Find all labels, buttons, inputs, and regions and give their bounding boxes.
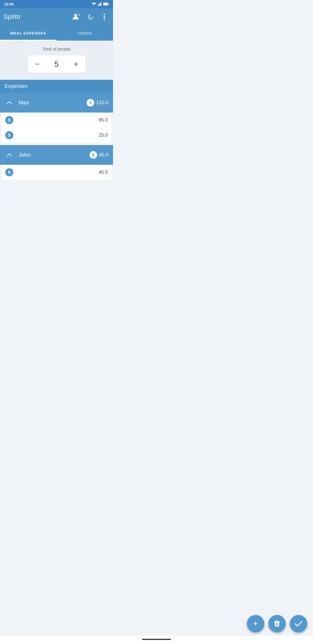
expense-amount: 25.0 <box>16 133 108 138</box>
people-counter: − 5 + <box>28 55 85 73</box>
time-display: 12:00 <box>4 2 14 6</box>
person-block-max: Max $ 110.0 $ 85.0 $ 25.0 <box>0 93 113 143</box>
person-header-max[interactable]: Max $ 110.0 <box>0 93 113 113</box>
expense-amount: 85.0 <box>16 117 108 123</box>
expense-item[interactable]: $ 25.0 <box>2 128 111 143</box>
person-header-john[interactable]: John $ 45.0 <box>0 145 113 165</box>
tab-meal-expenses[interactable]: MEAL EXPENSES <box>0 26 57 41</box>
expense-items-max: $ 85.0 $ 25.0 <box>2 113 111 143</box>
collapse-icon-john <box>0 145 19 165</box>
dollar-icon-max: $ <box>87 99 94 106</box>
people-count: 5 <box>47 60 66 69</box>
expense-item[interactable]: $ 45.0 <box>2 165 111 180</box>
add-person-icon[interactable]: + <box>71 12 82 22</box>
person-name-john: John <box>19 152 90 158</box>
expenses-header: Expenses <box>0 80 113 93</box>
expense-items-john: $ 45.0 <box>2 165 111 180</box>
people-section: Total of people − 5 + <box>0 41 113 80</box>
app-title: Splittr <box>3 13 21 21</box>
svg-rect-6 <box>103 3 108 5</box>
svg-rect-5 <box>108 3 109 5</box>
person-name-max: Max <box>19 100 87 106</box>
dollar-icon-john: $ <box>90 151 97 159</box>
svg-point-7 <box>74 14 77 17</box>
status-icons <box>92 2 109 6</box>
expense-dollar-icon: $ <box>5 168 13 176</box>
svg-rect-1 <box>99 4 100 6</box>
expenses-title: Expenses <box>5 83 28 89</box>
expense-dollar-icon: $ <box>5 116 13 124</box>
expense-dollar-icon: $ <box>5 131 13 139</box>
tab-check[interactable]: CHECK <box>57 26 113 41</box>
person-block-john: John $ 45.0 $ 45.0 <box>0 145 113 180</box>
history-icon[interactable] <box>85 12 96 22</box>
svg-rect-3 <box>101 2 102 6</box>
app-bar: Splittr + <box>0 8 113 26</box>
svg-point-11 <box>104 19 105 20</box>
people-label: Total of people <box>42 46 71 51</box>
decrement-button[interactable]: − <box>28 55 47 73</box>
collapse-icon-max <box>0 93 19 113</box>
status-bar: 12:00 <box>0 0 113 8</box>
expense-list: Max $ 110.0 $ 85.0 $ 25.0 John <box>0 93 113 209</box>
expense-amount: 45.0 <box>16 170 108 175</box>
tabs: MEAL EXPENSES CHECK <box>0 26 113 41</box>
more-options-icon[interactable] <box>99 12 110 22</box>
increment-button[interactable]: + <box>66 55 85 73</box>
svg-text:+: + <box>79 14 80 17</box>
svg-point-10 <box>104 16 105 18</box>
svg-point-9 <box>104 14 105 15</box>
svg-rect-0 <box>98 5 99 6</box>
nav-bar <box>0 636 113 644</box>
app-bar-actions: + <box>71 12 110 22</box>
person-total-john: $ 45.0 <box>90 151 113 159</box>
person-total-max: $ 110.0 <box>87 99 113 106</box>
expense-item[interactable]: $ 85.0 <box>2 113 111 128</box>
svg-rect-2 <box>100 3 101 6</box>
